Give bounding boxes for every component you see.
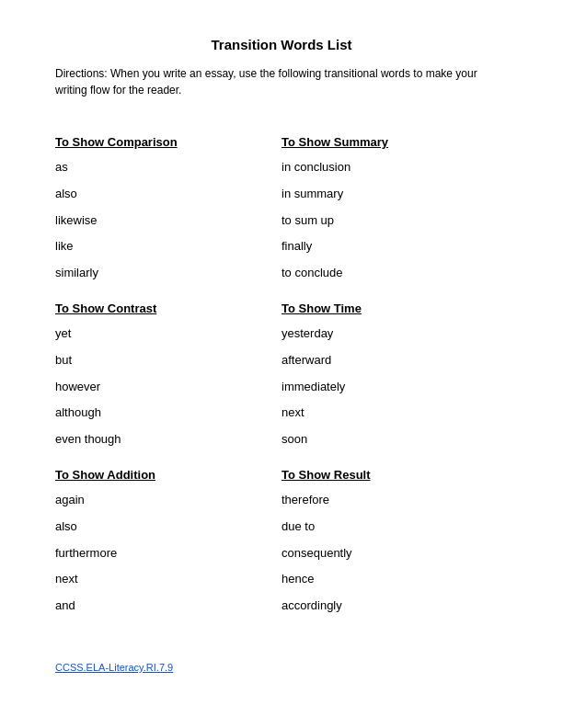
- section: To Show Summaryin conclusionin summaryto…: [282, 135, 508, 287]
- list-item: next: [55, 566, 282, 593]
- section-header: To Show Comparison: [55, 135, 282, 149]
- list-item: finally: [282, 233, 508, 260]
- list-item: however: [55, 374, 282, 401]
- list-item: yet: [55, 321, 282, 347]
- list-item: in conclusion: [282, 154, 508, 181]
- section: To Show Contrastyetbuthoweveralthougheve…: [55, 301, 282, 453]
- list-item: to conclude: [282, 260, 508, 287]
- main-columns: To Show Comparisonasalsolikewiselikesimi…: [55, 120, 508, 625]
- list-item: similarly: [55, 260, 282, 287]
- list-item: therefore: [282, 487, 508, 514]
- list-item: soon: [282, 427, 508, 453]
- list-item: as: [55, 154, 282, 181]
- list-item: even though: [55, 427, 282, 453]
- list-item: again: [55, 487, 282, 514]
- list-item: immediately: [282, 374, 508, 401]
- list-item: consequently: [282, 540, 508, 567]
- list-item: hence: [282, 566, 508, 593]
- section: To Show Additionagainalsofurthermorenext…: [55, 468, 282, 620]
- list-item: next: [282, 400, 508, 427]
- page-title: Transition Words List: [55, 37, 508, 52]
- section: To Show Comparisonasalsolikewiselikesimi…: [55, 135, 282, 287]
- list-item: due to: [282, 514, 508, 540]
- section-header: To Show Time: [282, 301, 508, 315]
- footer-link[interactable]: CCSS.ELA-Literacy.RI.7.9: [55, 662, 173, 673]
- list-item: and: [55, 593, 282, 620]
- section-header: To Show Contrast: [55, 301, 282, 315]
- list-item: likewise: [55, 208, 282, 234]
- list-item: although: [55, 400, 282, 427]
- directions: Directions: When you write an essay, use…: [55, 65, 508, 98]
- list-item: afterward: [282, 347, 508, 374]
- list-item: in summary: [282, 181, 508, 208]
- list-item: like: [55, 233, 282, 260]
- list-item: also: [55, 514, 282, 540]
- list-item: furthermore: [55, 540, 282, 567]
- footer-link-container: CCSS.ELA-Literacy.RI.7.9: [55, 662, 508, 673]
- list-item: also: [55, 181, 282, 208]
- left-column: To Show Comparisonasalsolikewiselikesimi…: [55, 120, 282, 625]
- section-header: To Show Result: [282, 468, 508, 482]
- list-item: accordingly: [282, 593, 508, 620]
- section-header: To Show Summary: [282, 135, 508, 149]
- right-column: To Show Summaryin conclusionin summaryto…: [282, 120, 508, 625]
- list-item: to sum up: [282, 208, 508, 234]
- list-item: but: [55, 347, 282, 374]
- list-item: yesterday: [282, 321, 508, 347]
- section-header: To Show Addition: [55, 468, 282, 482]
- section: To Show Timeyesterdayafterwardimmediatel…: [282, 301, 508, 453]
- section: To Show Resultthereforedue toconsequentl…: [282, 468, 508, 620]
